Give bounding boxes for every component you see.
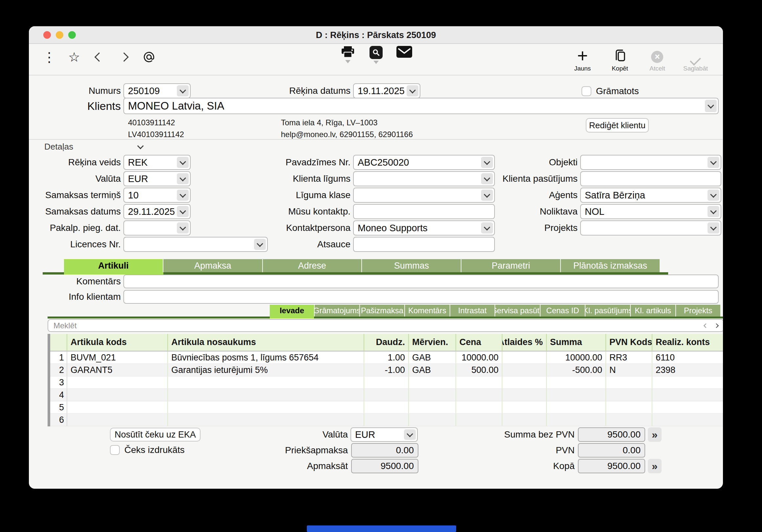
subtab-ievade[interactable]: Ievade	[270, 305, 314, 316]
reference-input[interactable]	[353, 237, 495, 252]
chevron-down-icon[interactable]	[177, 157, 189, 168]
receipt-printed-checkbox[interactable]	[110, 445, 120, 455]
col-header-artikula-nosaukums[interactable]: Artikula nosaukums	[168, 334, 364, 352]
client-combo[interactable]: MONEO Latvia, SIA	[123, 98, 719, 114]
warehouse-combo[interactable]: NOL	[580, 204, 721, 219]
chevron-down-icon[interactable]	[177, 173, 189, 184]
cell-artikula-kods[interactable]: GARANT5	[67, 364, 168, 376]
forward-icon[interactable]	[117, 49, 131, 65]
tab-adrese[interactable]: Adrese	[262, 259, 362, 272]
print-dropdown-icon[interactable]	[345, 60, 350, 63]
email-button[interactable]	[395, 46, 414, 58]
more-menu-icon[interactable]: ⋮	[42, 49, 56, 65]
col-header-mervien[interactable]: Mērvien.	[409, 334, 456, 352]
subtab-gramatojums[interactable]: Grāmatojums	[314, 305, 359, 316]
copy-button[interactable]: Kopēt	[608, 46, 631, 72]
cell-realiz-konts[interactable]: 6110	[652, 352, 723, 364]
client-info-input[interactable]	[123, 290, 719, 304]
save-button[interactable]: Saglabāt	[683, 46, 708, 72]
chevron-down-icon[interactable]	[708, 157, 719, 168]
col-header-cena[interactable]: Cena	[456, 334, 502, 352]
cell-atlaides[interactable]	[502, 352, 547, 364]
attachment-icon[interactable]	[142, 49, 156, 65]
cell-daudz[interactable]: 1.00	[364, 352, 409, 364]
search-input[interactable]: Meklēt	[47, 319, 723, 332]
preview-button[interactable]	[367, 46, 385, 64]
cell-pvn-kods[interactable]: N	[606, 364, 652, 376]
col-header-atlaides[interactable]: Atlaides %	[502, 334, 547, 352]
col-header-artikula-kods[interactable]: Artikula kods	[67, 334, 168, 352]
tab-planotas-izmaksas[interactable]: Plānotās izmaksas	[560, 259, 659, 272]
cancel-button[interactable]: × Atcelt	[646, 46, 669, 72]
preview-dropdown-icon[interactable]	[373, 61, 379, 64]
invoice-date-combo[interactable]: 19.11.2025	[353, 83, 420, 99]
chevron-down-icon[interactable]	[708, 206, 719, 217]
subtab-intrastat[interactable]: Intrastat	[450, 305, 495, 316]
col-header-summa[interactable]: Summa	[547, 334, 606, 352]
invoice-type-combo[interactable]: REK	[123, 155, 190, 170]
chevron-down-icon[interactable]	[177, 222, 189, 233]
tab-apmaksa[interactable]: Apmaksa	[163, 259, 262, 272]
tab-parametri[interactable]: Parametri	[461, 259, 560, 272]
payment-terms-combo[interactable]: 10	[123, 188, 190, 203]
col-header-daudz[interactable]: Daudz.	[364, 334, 409, 352]
search-next-icon[interactable]	[714, 323, 719, 328]
cell-cena[interactable]: 500.00	[456, 364, 502, 376]
subtab-kl-artikuls[interactable]: Kl. artikuls	[630, 305, 675, 316]
contact-person-combo[interactable]: Moneo Supports	[353, 221, 495, 235]
cell-realiz-konts[interactable]: 2398	[652, 364, 723, 376]
cell-cena[interactable]: 10000.00	[456, 352, 502, 364]
cell-mervien[interactable]: GAB	[409, 352, 456, 364]
subtab-komentars[interactable]: Komentārs	[404, 305, 450, 316]
subtab-cenas-id[interactable]: Cenas ID	[540, 305, 585, 316]
chevron-down-icon[interactable]	[708, 190, 719, 201]
cell-pvn-kods[interactable]: RR3	[606, 352, 652, 364]
details-disclosure[interactable]: Detaļas	[44, 142, 143, 152]
waybill-no-combo[interactable]: ABC250020	[353, 155, 495, 170]
posted-checkbox[interactable]	[581, 86, 591, 96]
chevron-down-icon[interactable]	[177, 85, 189, 97]
due-date-combo[interactable]: 29.11.2025	[123, 204, 190, 219]
comment-input[interactable]	[123, 275, 719, 288]
our-contact-input[interactable]	[353, 204, 495, 219]
edit-client-button[interactable]: Rediģēt klientu	[586, 118, 649, 133]
cell-summa[interactable]: -500.00	[547, 364, 606, 376]
chevron-down-icon[interactable]	[705, 100, 717, 112]
client-contract-combo[interactable]	[353, 171, 495, 186]
footer-currency-combo[interactable]: EUR	[350, 428, 418, 442]
chevron-down-icon[interactable]	[404, 429, 416, 440]
cell-mervien[interactable]: GAB	[409, 364, 456, 376]
col-header-pvn-kods[interactable]: PVN Kods	[606, 334, 652, 352]
chevron-down-icon[interactable]	[177, 206, 189, 217]
cell-artikula-kods[interactable]: BUVM_021	[67, 352, 168, 364]
chevron-down-icon[interactable]	[177, 190, 189, 201]
licence-no-combo[interactable]	[123, 237, 268, 252]
send-receipt-button[interactable]: Nosūtīt čeku uz EKA	[110, 428, 200, 441]
subtab-pasizmaksa[interactable]: Pašizmaksa	[359, 305, 405, 316]
contract-class-combo[interactable]	[353, 188, 495, 203]
cell-daudz[interactable]: -1.00	[364, 364, 409, 376]
client-order-input[interactable]	[580, 171, 721, 186]
cell-artikula-nosaukums[interactable]: Būvniecības posms 1, līgums 657654	[168, 352, 364, 364]
objects-combo[interactable]	[580, 155, 721, 170]
print-button[interactable]	[339, 46, 357, 63]
currency-combo[interactable]: EUR	[123, 171, 190, 186]
search-prev-icon[interactable]	[704, 323, 708, 328]
subtab-projekts[interactable]: Projekts	[675, 305, 721, 316]
tab-summas[interactable]: Summas	[361, 259, 461, 272]
col-header-realiz-konts[interactable]: Realiz. konts	[652, 334, 723, 352]
tab-artikuli[interactable]: Artikuli	[64, 259, 163, 272]
service-delivery-date-combo[interactable]	[123, 221, 190, 235]
subtotal-drilldown-button[interactable]: »	[648, 428, 661, 442]
new-button[interactable]: + Jauns	[571, 46, 594, 72]
back-icon[interactable]	[92, 49, 106, 65]
subtab-servisa-pasutijums[interactable]: Servisa pasūtīj	[495, 305, 540, 316]
star-icon[interactable]: ☆	[67, 49, 81, 65]
project-combo[interactable]	[580, 221, 721, 235]
agent-combo[interactable]: Satīra Bērziņa	[580, 188, 721, 203]
cell-summa[interactable]: 10000.00	[547, 352, 606, 364]
cell-artikula-nosaukums[interactable]: Garantijas ieturējumi 5%	[168, 364, 364, 376]
number-combo[interactable]: 250109	[123, 83, 190, 99]
chevron-down-icon[interactable]	[708, 222, 719, 233]
chevron-down-icon[interactable]	[407, 85, 419, 97]
